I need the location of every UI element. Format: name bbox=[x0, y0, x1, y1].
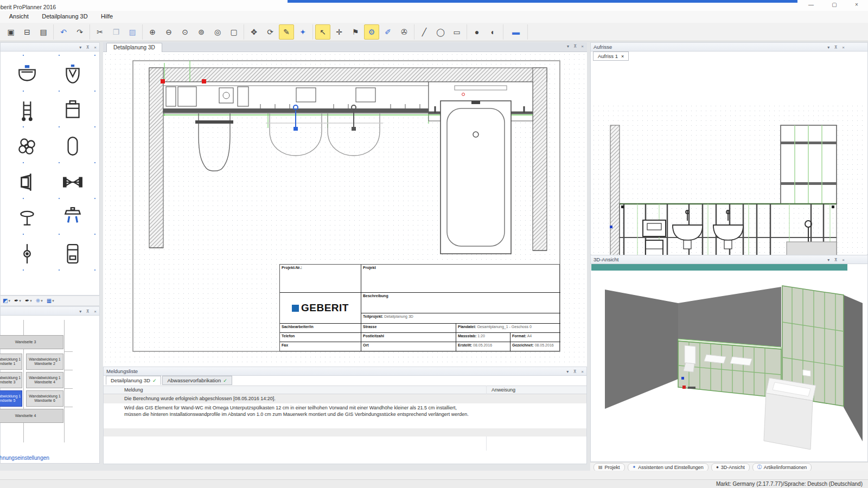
floorplan-canvas[interactable]: Projekt-Nr.: Projekt GEBERIT Beschreibun… bbox=[103, 52, 587, 367]
zoom-previous-icon[interactable]: ⊚ bbox=[194, 24, 209, 40]
fixture-inline-valve-icon[interactable] bbox=[8, 236, 46, 272]
chevron-down-icon[interactable]: ▾ bbox=[79, 309, 81, 314]
style-mini-toolbar: ◩▾ ✒▾ ✒▾ ❋▾ ▦▾ bbox=[0, 296, 100, 306]
zoom-all-icon[interactable]: ◎ bbox=[210, 24, 225, 40]
wall-cell-3[interactable]: Wandabwicklung 1Wandseite 3 bbox=[0, 372, 22, 388]
message-tab-abwasservorfabrikation[interactable]: Abwasservorfabrikation✓ bbox=[162, 376, 232, 385]
connect-icon[interactable]: ✦ bbox=[295, 24, 310, 40]
wall-layout-diagram: Wandseite 3 Wandabwicklung 1Wandseite 1 … bbox=[1, 316, 99, 451]
lock-icon[interactable]: ✇ bbox=[397, 24, 412, 40]
fixture-installation-element-icon[interactable] bbox=[8, 93, 46, 129]
undo-icon[interactable]: ↶ bbox=[56, 24, 71, 40]
zoom-extents-icon[interactable]: ▢ bbox=[226, 24, 241, 40]
fixture-urinal-icon[interactable] bbox=[54, 57, 92, 93]
document-tab-strip: Detailplanung 3D ▾ ⊼ × bbox=[103, 42, 587, 52]
close-icon[interactable]: × bbox=[621, 54, 624, 59]
chevron-down-icon: ▾ bbox=[19, 299, 21, 303]
move-icon[interactable]: ✛ bbox=[331, 24, 347, 40]
wall-cell-5-selected[interactable]: Wandabwicklung 1Wandseite 5 bbox=[0, 390, 22, 407]
menu-hilfe[interactable]: Hilfe bbox=[95, 11, 118, 20]
zoom-out-icon[interactable]: ⊖ bbox=[161, 24, 176, 40]
wall-cell-1[interactable]: Wandabwicklung 1Wandseite 1 bbox=[0, 354, 22, 370]
orbit-icon[interactable]: ⟳ bbox=[263, 24, 278, 40]
chevron-down-icon[interactable]: ▾ bbox=[79, 45, 81, 50]
chevron-down-icon[interactable]: ▾ bbox=[827, 258, 829, 262]
close-icon[interactable]: × bbox=[94, 45, 97, 50]
redo-icon[interactable]: ↷ bbox=[72, 24, 87, 40]
chevron-down-icon[interactable]: ▾ bbox=[827, 45, 829, 50]
detail-settings-icon[interactable]: ⚙ bbox=[364, 24, 379, 40]
menu-ansicht[interactable]: Ansicht bbox=[4, 11, 34, 20]
message-row[interactable]: Wird das GIS Element für Wand-WC mit Ome… bbox=[104, 403, 586, 428]
pin-icon[interactable]: ⊼ bbox=[86, 309, 90, 314]
render-light-icon[interactable]: ◐ bbox=[486, 24, 501, 40]
save-icon[interactable]: ▣ bbox=[3, 24, 18, 40]
fixture-corner-profile-icon[interactable] bbox=[8, 164, 46, 200]
close-icon[interactable]: × bbox=[842, 45, 845, 50]
maximize-button[interactable]: ▢ bbox=[827, 1, 841, 9]
fixture-drain-icon[interactable] bbox=[8, 129, 46, 164]
message-tab-detailplanung[interactable]: Detailplanung 3D✓ bbox=[106, 376, 161, 385]
close-icon[interactable]: × bbox=[581, 44, 584, 49]
pin-icon[interactable]: ⊼ bbox=[86, 45, 90, 50]
wall-cell-2[interactable]: Wandabwicklung 1Wandseite 2 bbox=[26, 354, 63, 370]
cut-icon[interactable]: ✂ bbox=[92, 24, 107, 40]
chevron-down-icon[interactable]: ▾ bbox=[566, 369, 569, 374]
pin-icon[interactable]: ⊼ bbox=[573, 369, 577, 374]
fixture-shower-icon[interactable] bbox=[54, 200, 92, 236]
chevron-down-icon[interactable]: ▾ bbox=[567, 44, 569, 49]
fixture-washbasin-icon[interactable] bbox=[8, 57, 46, 93]
menu-detailplanung[interactable]: Detailplanung 3D bbox=[36, 11, 93, 20]
fixture-mounting-frame-icon[interactable] bbox=[54, 129, 92, 164]
sketch-icon[interactable]: ✐ bbox=[380, 24, 395, 40]
menu-projekt[interactable]: Projekt bbox=[0, 11, 1, 20]
dimension-icon[interactable]: ▬ bbox=[506, 24, 525, 40]
fixture-cistern-icon[interactable] bbox=[54, 93, 92, 129]
draw-line-icon[interactable]: ╱ bbox=[417, 24, 432, 40]
titleblock-massstab-label: Massstab: bbox=[458, 334, 476, 338]
wall-side-bottom-cell[interactable]: Wandseite 4 bbox=[0, 409, 63, 423]
select-cursor-icon[interactable]: ↖ bbox=[315, 24, 330, 40]
copy-icon[interactable]: ❐ bbox=[108, 24, 124, 40]
close-button[interactable]: × bbox=[850, 1, 864, 9]
tab-detailplanung-3d[interactable]: Detailplanung 3D bbox=[106, 43, 162, 52]
fixture-tap-valve-icon[interactable] bbox=[8, 200, 46, 236]
draw-ellipse-icon[interactable]: ◯ bbox=[433, 24, 448, 40]
pin-icon[interactable]: ⊼ bbox=[834, 45, 838, 50]
bath-tap-3d bbox=[803, 370, 810, 376]
3d-panel-title: 3D-Ansicht bbox=[593, 256, 618, 262]
fixture-pipe-coupling-icon[interactable] bbox=[54, 164, 92, 200]
edit-mode-icon[interactable]: ✎ bbox=[279, 24, 294, 40]
fill-style-tool[interactable]: ◩▾ bbox=[3, 298, 10, 304]
wall-cell-4[interactable]: Wandabwicklung 1Wandseite 4 bbox=[26, 372, 63, 388]
pan-icon[interactable]: ✥ bbox=[246, 24, 261, 40]
wall-side-top-cell[interactable]: Wandseite 3 bbox=[0, 335, 63, 349]
report-icon[interactable]: ▤ bbox=[36, 24, 51, 40]
wall-side-top-label: Wandseite 3 bbox=[15, 340, 36, 344]
menu-bar: Projekt Ansicht Detailplanung 3D Hilfe bbox=[0, 11, 868, 23]
fixture-flush-plate-icon[interactable] bbox=[54, 236, 92, 272]
zoom-in-icon[interactable]: ⊕ bbox=[145, 24, 160, 40]
pin-icon[interactable]: ⊼ bbox=[573, 44, 577, 49]
wall-cell-6[interactable]: Wandabwicklung 1Wandseite 6 bbox=[26, 390, 63, 407]
layers-tool[interactable]: ▦▾ bbox=[47, 298, 54, 304]
render-dark-icon[interactable]: ● bbox=[469, 24, 484, 40]
draw-rectangle-icon[interactable]: ▭ bbox=[449, 24, 464, 40]
close-icon[interactable]: × bbox=[94, 309, 97, 314]
line-style-tool[interactable]: ✒▾ bbox=[25, 298, 32, 304]
print-icon[interactable]: ⊟ bbox=[20, 24, 35, 40]
pin-icon[interactable]: ⊼ bbox=[834, 258, 838, 262]
pen-style-tool[interactable]: ✒▾ bbox=[14, 298, 21, 304]
zoom-selection-icon[interactable]: ⊙ bbox=[177, 24, 193, 40]
calculation-settings-link[interactable]: Berechnungseinstellungen bbox=[0, 455, 49, 461]
close-icon[interactable]: × bbox=[842, 258, 845, 262]
3d-view-toolbar[interactable] bbox=[591, 264, 847, 271]
3d-scene[interactable] bbox=[591, 271, 867, 461]
paste-icon[interactable]: ▨ bbox=[125, 24, 140, 40]
flag-icon[interactable]: ⚑ bbox=[348, 24, 363, 40]
close-icon[interactable]: × bbox=[581, 369, 584, 374]
tab-aufriss-1[interactable]: Aufriss 1× bbox=[593, 52, 629, 61]
effects-tool[interactable]: ❋▾ bbox=[36, 298, 43, 304]
message-row[interactable]: Die Berechnung wurde erfolgreich abgesch… bbox=[104, 394, 586, 403]
minimize-button[interactable]: — bbox=[804, 1, 818, 9]
